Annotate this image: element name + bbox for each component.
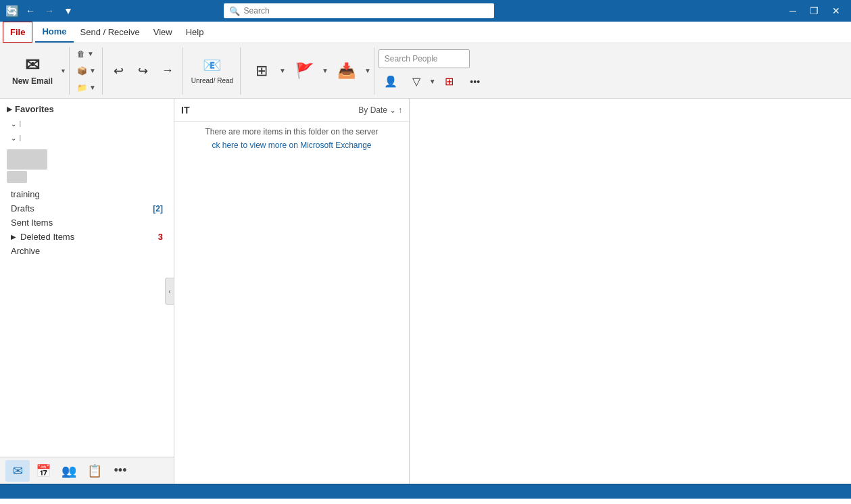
search-people-input[interactable]: Search People — [379, 49, 470, 68]
undo-group: ↩ ↪ → — [104, 47, 183, 95]
nav-mail-btn[interactable]: ✉ — [5, 460, 30, 482]
title-bar-left: 🔄 ← → ▼ — [5, 4, 76, 18]
close-btn[interactable]: ✕ — [827, 4, 846, 18]
server-link[interactable]: ck here to view more on Microsoft Exchan… — [174, 139, 409, 151]
redo-icon: ↪ — [138, 64, 148, 78]
dropdown-btn[interactable]: ▼ — [61, 4, 76, 18]
undo-redo: ↩ ↪ → — [107, 60, 180, 82]
sidebar-item-1[interactable]: ⌄ I — [0, 117, 174, 131]
email-list-body: There are more items in this folder on t… — [174, 122, 409, 484]
new-email-label: New Email — [12, 76, 53, 86]
menu-bar: File Home Send / Receive View Help — [0, 22, 851, 43]
menu-home[interactable]: Home — [35, 22, 73, 43]
title-bar: 🔄 ← → ▼ 🔍 ─ ❐ ✕ — [0, 0, 851, 22]
delete-group: 🗑 ▼ 📦 ▼ 📁 ▼ — [71, 47, 103, 95]
search-icon: 🔍 — [229, 6, 240, 16]
favorites-label: Favorites — [15, 104, 54, 114]
deleted-items-label: Deleted Items — [20, 232, 74, 242]
redo-btn[interactable]: ↪ — [131, 60, 155, 82]
sidebar-collapse-btn[interactable]: ‹ — [165, 278, 174, 305]
filter-arrow[interactable]: ▼ — [429, 78, 436, 85]
deleted-items-name: ▶ Deleted Items — [11, 232, 74, 242]
address-book-btn[interactable]: 👤 — [379, 71, 403, 93]
nav-tasks-btn[interactable]: 📋 — [82, 460, 107, 482]
move-icon: 📁 — [77, 83, 87, 93]
menu-send-receive[interactable]: Send / Receive — [74, 22, 147, 43]
filter-btn[interactable]: ▽ — [404, 71, 429, 93]
delete-arrow[interactable]: ▼ — [87, 50, 94, 57]
archive-arrow[interactable]: ▼ — [89, 67, 96, 74]
new-email-arrow[interactable]: ▼ — [60, 68, 66, 74]
sidebar-archive[interactable]: Archive — [0, 244, 174, 258]
favorites-chevron: ▶ — [7, 105, 12, 113]
reading-pane — [410, 99, 851, 484]
deleted-badge: 3 — [158, 232, 163, 242]
todo-btn[interactable]: ⊞ — [437, 71, 462, 93]
sort-control[interactable]: By Date ⌄ ↑ — [358, 105, 402, 115]
item1-label: I — [19, 119, 22, 129]
restore-btn[interactable]: ❐ — [804, 4, 824, 18]
nav-people-btn[interactable]: 👥 — [57, 460, 81, 482]
sidebar-sent-items[interactable]: Sent Items — [0, 216, 174, 230]
mail-icon: ✉ — [13, 463, 23, 478]
title-search-input[interactable] — [244, 6, 489, 16]
tasks-icon: 📋 — [87, 463, 102, 478]
status-bar — [0, 484, 851, 499]
forward-arrow-btn[interactable]: → — [155, 60, 180, 82]
move-arrow[interactable]: ▼ — [89, 84, 96, 91]
search-people-group: Search People 👤 ▽ ▼ ⊞ ••• — [376, 47, 490, 95]
undo-icon: ↩ — [114, 64, 124, 78]
nav-more-icon: ••• — [114, 463, 127, 478]
sent-items-label: Sent Items — [11, 218, 53, 228]
main-layout: ▶ Favorites ⌄ I ⌄ I — [0, 99, 851, 484]
back-btn[interactable]: ← — [23, 4, 38, 18]
undo-btn[interactable]: ↩ — [107, 60, 131, 82]
sidebar-item-2[interactable]: ⌄ I — [0, 131, 174, 145]
menu-view[interactable]: View — [147, 22, 179, 43]
flag-icon: 🚩 — [295, 62, 314, 80]
forward-icon: → — [162, 64, 174, 78]
new-email-dropdown: ✉ New Email ▼ — [5, 50, 66, 92]
archive-btn[interactable]: 📦 ▼ — [74, 63, 99, 79]
todo-icon: ⊞ — [445, 75, 454, 88]
sidebar-drafts[interactable]: Drafts [2] — [0, 201, 174, 216]
nav-calendar-btn[interactable]: 📅 — [31, 460, 55, 482]
sort-chevron: ⌄ — [389, 105, 396, 115]
calendar-icon: 📅 — [36, 463, 51, 478]
nav-more-btn[interactable]: ••• — [108, 460, 132, 482]
sort-direction[interactable]: ↑ — [398, 105, 402, 115]
respond-group: 📧 Unread/ Read — [185, 47, 241, 95]
drafts-label: Drafts — [11, 203, 34, 213]
delete-icon: 🗑 — [77, 49, 85, 59]
categorize-btn[interactable]: ⊞ — [245, 50, 278, 92]
menu-file[interactable]: File — [3, 22, 32, 43]
delete-btn[interactable]: 🗑 ▼ — [74, 46, 99, 62]
title-search-box[interactable]: 🔍 — [224, 3, 494, 18]
unread-read-btn[interactable]: 📧 Unread/ Read — [187, 50, 237, 92]
move-btn-small[interactable]: 📁 ▼ — [74, 80, 99, 96]
new-email-button[interactable]: ✉ New Email — [5, 50, 59, 92]
sidebar-deleted-items[interactable]: ▶ Deleted Items 3 — [0, 230, 174, 244]
unread-read-label: Unread/ Read — [191, 77, 233, 84]
followup-arrow[interactable]: ▼ — [322, 67, 329, 74]
sidebar-training[interactable]: training — [0, 187, 174, 201]
categorize-arrow[interactable]: ▼ — [279, 67, 286, 74]
sort-label: By Date — [358, 105, 387, 115]
bottom-nav: ✉ 📅 👥 📋 ••• — [0, 457, 174, 484]
filter-dropdown: ▽ ▼ — [404, 71, 436, 93]
more-options-btn[interactable]: ••• — [463, 71, 487, 93]
forward-btn[interactable]: → — [42, 4, 57, 18]
item2-collapse: ⌄ — [11, 134, 16, 142]
minimize-btn[interactable]: ─ — [784, 4, 802, 18]
sidebar-placeholder-2 — [7, 171, 27, 183]
move-to-arrow[interactable]: ▼ — [364, 67, 371, 74]
filter-icon: ▽ — [412, 75, 420, 88]
move-to-btn[interactable]: 📥 — [330, 50, 364, 92]
item2-label: I — [19, 133, 22, 143]
archive-icon: 📦 — [77, 66, 87, 76]
sidebar-favorites[interactable]: ▶ Favorites — [0, 101, 174, 117]
menu-help[interactable]: Help — [179, 22, 211, 43]
follow-up-btn[interactable]: 🚩 — [287, 50, 321, 92]
item1-name: ⌄ I — [11, 119, 22, 129]
window-controls: ─ ❐ ✕ — [784, 4, 846, 18]
